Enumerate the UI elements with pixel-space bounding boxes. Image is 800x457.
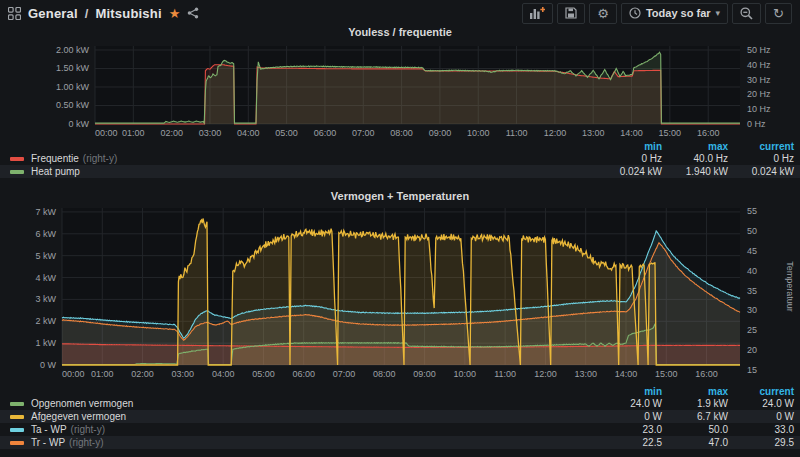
svg-text:00:00: 00:00 xyxy=(95,128,118,138)
series-color-swatch[interactable] xyxy=(10,428,24,432)
svg-text:2 kW: 2 kW xyxy=(35,316,56,326)
svg-text:30: 30 xyxy=(747,305,757,315)
svg-text:11:00: 11:00 xyxy=(506,128,528,138)
breadcrumb-folder[interactable]: General xyxy=(28,6,78,21)
legend-value-current: 29.5 xyxy=(728,437,794,448)
legend-row: Ta - WP(right-y)23.050.033.0 xyxy=(0,423,800,436)
svg-text:16:00: 16:00 xyxy=(697,128,720,138)
legend-sort-max[interactable]: max xyxy=(662,141,728,152)
series-color-swatch[interactable] xyxy=(10,402,24,406)
svg-text:12:00: 12:00 xyxy=(534,369,557,379)
legend-value-min: 23.0 xyxy=(596,424,662,435)
svg-text:06:00: 06:00 xyxy=(292,369,315,379)
gear-icon: ⚙ xyxy=(597,7,609,20)
legend-value-current: 0 W xyxy=(728,411,794,422)
series-label[interactable]: Heat pump xyxy=(31,166,80,177)
panel-title[interactable]: Vermogen + Temperaturen xyxy=(0,190,800,204)
legend-sort-current[interactable]: current xyxy=(728,386,794,397)
panel-title[interactable]: Youless / frequentie xyxy=(0,26,800,41)
svg-text:09:00: 09:00 xyxy=(429,128,452,138)
youless-legend: minmaxcurrentFrequentie(right-y)0 Hz40.0… xyxy=(0,141,800,178)
refresh-button[interactable]: ↻ xyxy=(765,3,792,24)
svg-text:20 Hz: 20 Hz xyxy=(747,89,771,99)
panel-vermogen-temperaturen: Vermogen + Temperaturen 7 kW6 kW5 kW4 kW… xyxy=(0,190,800,457)
legend-value-max: 40.0 Hz xyxy=(662,153,728,164)
svg-text:10:00: 10:00 xyxy=(467,128,490,138)
svg-text:13:00: 13:00 xyxy=(574,369,597,379)
grafana-dashboard: General / Mitsubishi ★ xyxy=(0,0,800,457)
legend-value-min: 0 W xyxy=(596,411,662,422)
legend-value-current: 24.0 W xyxy=(728,398,794,409)
svg-text:14:00: 14:00 xyxy=(615,369,638,379)
series-axis-suffix: (right-y) xyxy=(83,153,117,164)
svg-text:1.00 kW: 1.00 kW xyxy=(56,82,90,92)
series-label[interactable]: Afgegeven vermogen xyxy=(31,411,126,422)
breadcrumb-dashboard-title[interactable]: Mitsubishi xyxy=(95,6,161,21)
dashboard-grid-icon[interactable] xyxy=(8,7,21,20)
breadcrumb-separator: / xyxy=(85,6,89,21)
svg-text:11:00: 11:00 xyxy=(494,369,516,379)
legend-sort-current[interactable]: current xyxy=(728,141,794,152)
legend-value-min: 0 Hz xyxy=(596,153,662,164)
star-icon[interactable]: ★ xyxy=(169,7,181,20)
series-axis-suffix: (right-y) xyxy=(69,437,103,448)
dashboard-settings-button[interactable]: ⚙ xyxy=(589,3,617,24)
series-color-swatch[interactable] xyxy=(10,415,24,419)
series-color-swatch[interactable] xyxy=(10,157,24,161)
svg-text:15:00: 15:00 xyxy=(659,128,682,138)
svg-text:09:00: 09:00 xyxy=(413,369,436,379)
svg-text:05:00: 05:00 xyxy=(252,369,275,379)
legend-row: Afgegeven vermogen0 W6.7 kW0 W xyxy=(0,410,800,423)
svg-text:02:00: 02:00 xyxy=(160,128,183,138)
svg-text:05:00: 05:00 xyxy=(275,128,298,138)
vermogen-chart-canvas[interactable]: 7 kW6 kW5 kW4 kW3 kW2 kW1 kW0 W555045403… xyxy=(0,204,800,386)
svg-text:04:00: 04:00 xyxy=(212,369,235,379)
svg-text:45: 45 xyxy=(747,246,757,256)
refresh-icon: ↻ xyxy=(773,7,784,20)
time-range-picker[interactable]: Today so far ▾ xyxy=(621,3,728,24)
series-label[interactable]: Tr - WP xyxy=(31,437,65,448)
legend-sort-min[interactable]: min xyxy=(596,141,662,152)
legend-value-max: 1.9 kW xyxy=(662,398,728,409)
legend-value-max: 6.7 kW xyxy=(662,411,728,422)
svg-text:0.50 kW: 0.50 kW xyxy=(56,100,90,110)
share-icon[interactable] xyxy=(187,7,199,19)
svg-text:01:00: 01:00 xyxy=(91,369,114,379)
legend-value-current: 0.024 kW xyxy=(728,166,794,177)
svg-text:08:00: 08:00 xyxy=(373,369,396,379)
zoom-out-button[interactable] xyxy=(732,3,761,24)
legend-row: Tr - WP(right-y)22.547.029.5 xyxy=(0,436,800,449)
series-axis-suffix: (right-y) xyxy=(71,424,105,435)
svg-text:4 kW: 4 kW xyxy=(35,273,56,283)
series-color-swatch[interactable] xyxy=(10,170,24,174)
svg-text:2.00 kW: 2.00 kW xyxy=(56,45,90,55)
svg-text:01:00: 01:00 xyxy=(122,128,145,138)
svg-text:10 Hz: 10 Hz xyxy=(747,104,771,114)
series-label[interactable]: Opgenomen vermogen xyxy=(31,398,133,409)
save-dashboard-button[interactable] xyxy=(557,3,585,24)
youless-chart-canvas[interactable]: 2.00 kW1.50 kW1.00 kW0.50 kW0 kW50 Hz40 … xyxy=(0,41,800,141)
legend-value-max: 47.0 xyxy=(662,437,728,448)
svg-text:07:00: 07:00 xyxy=(333,369,356,379)
legend-value-max: 50.0 xyxy=(662,424,728,435)
svg-text:14:00: 14:00 xyxy=(620,128,643,138)
svg-text:04:00: 04:00 xyxy=(237,128,260,138)
vermogen-legend: minmaxcurrentOpgenomen vermogen24.0 W1.9… xyxy=(0,386,800,449)
svg-text:03:00: 03:00 xyxy=(199,128,222,138)
svg-text:0 Hz: 0 Hz xyxy=(747,119,766,129)
svg-text:03:00: 03:00 xyxy=(172,369,195,379)
legend-value-min: 22.5 xyxy=(596,437,662,448)
legend-sort-min[interactable]: min xyxy=(596,386,662,397)
legend-value-min: 0.024 kW xyxy=(596,166,662,177)
svg-text:16:00: 16:00 xyxy=(695,369,718,379)
series-label[interactable]: Ta - WP xyxy=(31,424,67,435)
series-label[interactable]: Frequentie xyxy=(31,153,79,164)
legend-row: Opgenomen vermogen24.0 W1.9 kW24.0 W xyxy=(0,397,800,410)
add-panel-button[interactable] xyxy=(522,3,553,24)
svg-text:35: 35 xyxy=(747,286,757,296)
series-color-swatch[interactable] xyxy=(10,441,24,445)
legend-value-min: 24.0 W xyxy=(596,398,662,409)
legend-sort-max[interactable]: max xyxy=(662,386,728,397)
svg-text:0 kW: 0 kW xyxy=(68,119,89,129)
legend-value-current: 33.0 xyxy=(728,424,794,435)
